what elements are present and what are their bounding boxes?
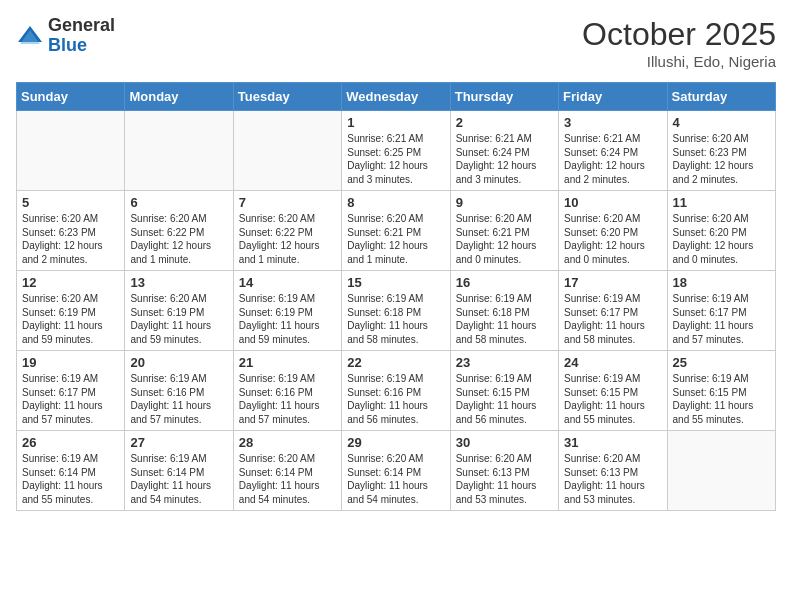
page-header: General Blue October 2025 Illushi, Edo, … <box>16 16 776 70</box>
day-info: Sunrise: 6:19 AM Sunset: 6:16 PM Dayligh… <box>130 372 227 426</box>
day-number: 18 <box>673 275 770 290</box>
day-number: 11 <box>673 195 770 210</box>
calendar-week-4: 26Sunrise: 6:19 AM Sunset: 6:14 PM Dayli… <box>17 431 776 511</box>
calendar-cell <box>233 111 341 191</box>
calendar-cell: 3Sunrise: 6:21 AM Sunset: 6:24 PM Daylig… <box>559 111 667 191</box>
day-info: Sunrise: 6:19 AM Sunset: 6:15 PM Dayligh… <box>564 372 661 426</box>
logo-text: General Blue <box>48 16 115 56</box>
calendar-cell: 27Sunrise: 6:19 AM Sunset: 6:14 PM Dayli… <box>125 431 233 511</box>
day-number: 26 <box>22 435 119 450</box>
day-info: Sunrise: 6:20 AM Sunset: 6:14 PM Dayligh… <box>347 452 444 506</box>
day-number: 12 <box>22 275 119 290</box>
day-info: Sunrise: 6:20 AM Sunset: 6:22 PM Dayligh… <box>130 212 227 266</box>
calendar-cell: 7Sunrise: 6:20 AM Sunset: 6:22 PM Daylig… <box>233 191 341 271</box>
weekday-header-thursday: Thursday <box>450 83 558 111</box>
day-info: Sunrise: 6:19 AM Sunset: 6:17 PM Dayligh… <box>673 292 770 346</box>
calendar-body: 1Sunrise: 6:21 AM Sunset: 6:25 PM Daylig… <box>17 111 776 511</box>
calendar-cell: 26Sunrise: 6:19 AM Sunset: 6:14 PM Dayli… <box>17 431 125 511</box>
calendar-cell <box>17 111 125 191</box>
calendar-cell: 9Sunrise: 6:20 AM Sunset: 6:21 PM Daylig… <box>450 191 558 271</box>
day-info: Sunrise: 6:20 AM Sunset: 6:19 PM Dayligh… <box>130 292 227 346</box>
calendar-week-2: 12Sunrise: 6:20 AM Sunset: 6:19 PM Dayli… <box>17 271 776 351</box>
day-number: 4 <box>673 115 770 130</box>
calendar-cell: 1Sunrise: 6:21 AM Sunset: 6:25 PM Daylig… <box>342 111 450 191</box>
weekday-header-sunday: Sunday <box>17 83 125 111</box>
day-number: 9 <box>456 195 553 210</box>
calendar-cell: 21Sunrise: 6:19 AM Sunset: 6:16 PM Dayli… <box>233 351 341 431</box>
calendar-cell: 23Sunrise: 6:19 AM Sunset: 6:15 PM Dayli… <box>450 351 558 431</box>
day-number: 13 <box>130 275 227 290</box>
day-info: Sunrise: 6:21 AM Sunset: 6:24 PM Dayligh… <box>564 132 661 186</box>
day-info: Sunrise: 6:21 AM Sunset: 6:25 PM Dayligh… <box>347 132 444 186</box>
weekday-header-monday: Monday <box>125 83 233 111</box>
day-number: 21 <box>239 355 336 370</box>
day-number: 8 <box>347 195 444 210</box>
calendar-cell: 18Sunrise: 6:19 AM Sunset: 6:17 PM Dayli… <box>667 271 775 351</box>
calendar-cell: 4Sunrise: 6:20 AM Sunset: 6:23 PM Daylig… <box>667 111 775 191</box>
calendar-cell: 14Sunrise: 6:19 AM Sunset: 6:19 PM Dayli… <box>233 271 341 351</box>
day-number: 10 <box>564 195 661 210</box>
logo-general-text: General <box>48 16 115 36</box>
day-info: Sunrise: 6:19 AM Sunset: 6:17 PM Dayligh… <box>22 372 119 426</box>
calendar-table: SundayMondayTuesdayWednesdayThursdayFrid… <box>16 82 776 511</box>
day-info: Sunrise: 6:19 AM Sunset: 6:16 PM Dayligh… <box>239 372 336 426</box>
day-number: 23 <box>456 355 553 370</box>
day-number: 28 <box>239 435 336 450</box>
day-number: 29 <box>347 435 444 450</box>
day-number: 14 <box>239 275 336 290</box>
calendar-cell: 28Sunrise: 6:20 AM Sunset: 6:14 PM Dayli… <box>233 431 341 511</box>
day-number: 27 <box>130 435 227 450</box>
calendar-cell: 5Sunrise: 6:20 AM Sunset: 6:23 PM Daylig… <box>17 191 125 271</box>
calendar-cell: 13Sunrise: 6:20 AM Sunset: 6:19 PM Dayli… <box>125 271 233 351</box>
logo-icon <box>16 22 44 50</box>
day-info: Sunrise: 6:20 AM Sunset: 6:22 PM Dayligh… <box>239 212 336 266</box>
day-info: Sunrise: 6:20 AM Sunset: 6:13 PM Dayligh… <box>456 452 553 506</box>
calendar-cell: 2Sunrise: 6:21 AM Sunset: 6:24 PM Daylig… <box>450 111 558 191</box>
day-info: Sunrise: 6:20 AM Sunset: 6:14 PM Dayligh… <box>239 452 336 506</box>
day-info: Sunrise: 6:19 AM Sunset: 6:17 PM Dayligh… <box>564 292 661 346</box>
calendar-cell <box>125 111 233 191</box>
day-info: Sunrise: 6:20 AM Sunset: 6:21 PM Dayligh… <box>347 212 444 266</box>
day-info: Sunrise: 6:20 AM Sunset: 6:20 PM Dayligh… <box>564 212 661 266</box>
day-number: 7 <box>239 195 336 210</box>
calendar-cell: 8Sunrise: 6:20 AM Sunset: 6:21 PM Daylig… <box>342 191 450 271</box>
calendar-cell: 25Sunrise: 6:19 AM Sunset: 6:15 PM Dayli… <box>667 351 775 431</box>
day-number: 25 <box>673 355 770 370</box>
weekday-header-wednesday: Wednesday <box>342 83 450 111</box>
day-info: Sunrise: 6:19 AM Sunset: 6:19 PM Dayligh… <box>239 292 336 346</box>
calendar-cell <box>667 431 775 511</box>
calendar-week-1: 5Sunrise: 6:20 AM Sunset: 6:23 PM Daylig… <box>17 191 776 271</box>
day-info: Sunrise: 6:19 AM Sunset: 6:18 PM Dayligh… <box>456 292 553 346</box>
calendar-cell: 19Sunrise: 6:19 AM Sunset: 6:17 PM Dayli… <box>17 351 125 431</box>
day-number: 3 <box>564 115 661 130</box>
day-info: Sunrise: 6:19 AM Sunset: 6:14 PM Dayligh… <box>130 452 227 506</box>
day-info: Sunrise: 6:20 AM Sunset: 6:23 PM Dayligh… <box>673 132 770 186</box>
day-info: Sunrise: 6:19 AM Sunset: 6:16 PM Dayligh… <box>347 372 444 426</box>
day-number: 2 <box>456 115 553 130</box>
calendar-cell: 16Sunrise: 6:19 AM Sunset: 6:18 PM Dayli… <box>450 271 558 351</box>
month-title: October 2025 <box>582 16 776 53</box>
location-text: Illushi, Edo, Nigeria <box>582 53 776 70</box>
day-info: Sunrise: 6:19 AM Sunset: 6:15 PM Dayligh… <box>673 372 770 426</box>
calendar-cell: 11Sunrise: 6:20 AM Sunset: 6:20 PM Dayli… <box>667 191 775 271</box>
day-number: 19 <box>22 355 119 370</box>
weekday-header-friday: Friday <box>559 83 667 111</box>
calendar-cell: 20Sunrise: 6:19 AM Sunset: 6:16 PM Dayli… <box>125 351 233 431</box>
calendar-cell: 29Sunrise: 6:20 AM Sunset: 6:14 PM Dayli… <box>342 431 450 511</box>
day-info: Sunrise: 6:19 AM Sunset: 6:15 PM Dayligh… <box>456 372 553 426</box>
calendar-cell: 22Sunrise: 6:19 AM Sunset: 6:16 PM Dayli… <box>342 351 450 431</box>
day-number: 24 <box>564 355 661 370</box>
calendar-cell: 10Sunrise: 6:20 AM Sunset: 6:20 PM Dayli… <box>559 191 667 271</box>
day-info: Sunrise: 6:20 AM Sunset: 6:13 PM Dayligh… <box>564 452 661 506</box>
day-number: 15 <box>347 275 444 290</box>
day-number: 5 <box>22 195 119 210</box>
calendar-header: SundayMondayTuesdayWednesdayThursdayFrid… <box>17 83 776 111</box>
calendar-cell: 15Sunrise: 6:19 AM Sunset: 6:18 PM Dayli… <box>342 271 450 351</box>
calendar-cell: 31Sunrise: 6:20 AM Sunset: 6:13 PM Dayli… <box>559 431 667 511</box>
day-number: 22 <box>347 355 444 370</box>
day-number: 17 <box>564 275 661 290</box>
calendar-cell: 17Sunrise: 6:19 AM Sunset: 6:17 PM Dayli… <box>559 271 667 351</box>
weekday-header-saturday: Saturday <box>667 83 775 111</box>
day-number: 16 <box>456 275 553 290</box>
day-info: Sunrise: 6:20 AM Sunset: 6:19 PM Dayligh… <box>22 292 119 346</box>
